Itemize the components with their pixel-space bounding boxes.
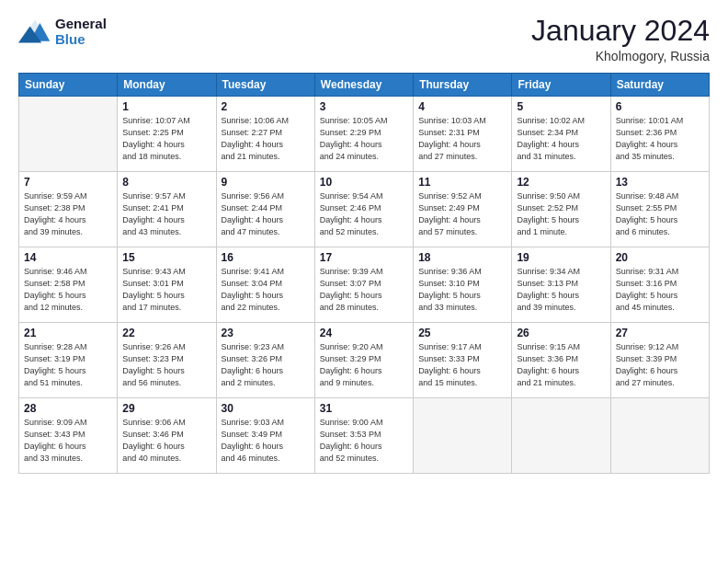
day-number: 21 <box>24 327 112 339</box>
day-number: 26 <box>517 327 605 339</box>
day-number: 28 <box>24 402 112 415</box>
day-info: Sunrise: 10:02 AM Sunset: 2:34 PM Daylig… <box>517 115 605 163</box>
day-cell: 11Sunrise: 9:52 AM Sunset: 2:49 PM Dayli… <box>414 172 512 247</box>
day-number: 29 <box>122 402 210 415</box>
day-info: Sunrise: 9:46 AM Sunset: 2:58 PM Dayligh… <box>24 266 112 314</box>
day-cell: 13Sunrise: 9:48 AM Sunset: 2:55 PM Dayli… <box>610 172 709 247</box>
day-cell: 15Sunrise: 9:43 AM Sunset: 3:01 PM Dayli… <box>118 247 216 323</box>
day-info: Sunrise: 9:26 AM Sunset: 3:23 PM Dayligh… <box>122 341 210 389</box>
day-number: 25 <box>418 327 506 339</box>
day-info: Sunrise: 9:06 AM Sunset: 3:46 PM Dayligh… <box>122 417 210 465</box>
day-info: Sunrise: 9:54 AM Sunset: 2:46 PM Dayligh… <box>320 190 408 238</box>
day-cell <box>512 398 610 474</box>
day-number: 27 <box>616 327 704 339</box>
day-cell: 22Sunrise: 9:26 AM Sunset: 3:23 PM Dayli… <box>118 323 216 398</box>
day-cell: 21Sunrise: 9:28 AM Sunset: 3:19 PM Dayli… <box>19 323 118 398</box>
day-cell: 28Sunrise: 9:09 AM Sunset: 3:43 PM Dayli… <box>19 398 118 474</box>
day-info: Sunrise: 9:09 AM Sunset: 3:43 PM Dayligh… <box>24 417 112 465</box>
day-cell: 6Sunrise: 10:01 AM Sunset: 2:36 PM Dayli… <box>610 97 709 172</box>
header: General Blue January 2024 Kholmogory, Ru… <box>18 15 710 63</box>
day-cell: 17Sunrise: 9:39 AM Sunset: 3:07 PM Dayli… <box>314 247 413 323</box>
logo-text: General Blue <box>55 16 107 47</box>
col-header-saturday: Saturday <box>610 74 709 97</box>
day-cell: 2Sunrise: 10:06 AM Sunset: 2:27 PM Dayli… <box>216 97 314 172</box>
day-cell: 10Sunrise: 9:54 AM Sunset: 2:46 PM Dayli… <box>314 172 413 247</box>
day-number: 15 <box>122 251 210 264</box>
day-info: Sunrise: 9:57 AM Sunset: 2:41 PM Dayligh… <box>122 190 210 238</box>
day-info: Sunrise: 10:03 AM Sunset: 2:31 PM Daylig… <box>418 115 506 163</box>
col-header-wednesday: Wednesday <box>314 74 413 97</box>
day-number: 9 <box>222 176 310 189</box>
day-cell <box>414 398 512 474</box>
week-row-3: 14Sunrise: 9:46 AM Sunset: 2:58 PM Dayli… <box>19 247 710 323</box>
day-number: 7 <box>24 176 112 189</box>
day-info: Sunrise: 9:31 AM Sunset: 3:16 PM Dayligh… <box>616 266 704 314</box>
day-info: Sunrise: 9:28 AM Sunset: 3:19 PM Dayligh… <box>24 341 112 389</box>
day-cell <box>19 97 118 172</box>
day-cell: 30Sunrise: 9:03 AM Sunset: 3:49 PM Dayli… <box>216 398 314 474</box>
day-cell <box>610 398 709 474</box>
day-number: 6 <box>616 100 704 113</box>
col-header-monday: Monday <box>118 74 216 97</box>
day-info: Sunrise: 10:05 AM Sunset: 2:29 PM Daylig… <box>320 115 408 163</box>
day-cell: 29Sunrise: 9:06 AM Sunset: 3:46 PM Dayli… <box>118 398 216 474</box>
day-cell: 4Sunrise: 10:03 AM Sunset: 2:31 PM Dayli… <box>414 97 512 172</box>
day-info: Sunrise: 9:00 AM Sunset: 3:53 PM Dayligh… <box>320 417 408 465</box>
week-row-4: 21Sunrise: 9:28 AM Sunset: 3:19 PM Dayli… <box>19 323 710 398</box>
day-cell: 18Sunrise: 9:36 AM Sunset: 3:10 PM Dayli… <box>414 247 512 323</box>
day-cell: 25Sunrise: 9:17 AM Sunset: 3:33 PM Dayli… <box>414 323 512 398</box>
day-info: Sunrise: 9:48 AM Sunset: 2:55 PM Dayligh… <box>616 190 704 238</box>
day-number: 4 <box>418 100 506 113</box>
day-cell: 16Sunrise: 9:41 AM Sunset: 3:04 PM Dayli… <box>216 247 314 323</box>
day-info: Sunrise: 9:12 AM Sunset: 3:39 PM Dayligh… <box>616 341 704 389</box>
day-cell: 24Sunrise: 9:20 AM Sunset: 3:29 PM Dayli… <box>314 323 413 398</box>
day-info: Sunrise: 9:50 AM Sunset: 2:52 PM Dayligh… <box>517 190 605 238</box>
day-cell: 5Sunrise: 10:02 AM Sunset: 2:34 PM Dayli… <box>512 97 610 172</box>
day-number: 11 <box>418 176 506 189</box>
day-info: Sunrise: 9:20 AM Sunset: 3:29 PM Dayligh… <box>320 341 408 389</box>
day-info: Sunrise: 10:01 AM Sunset: 2:36 PM Daylig… <box>616 115 704 163</box>
day-info: Sunrise: 9:59 AM Sunset: 2:38 PM Dayligh… <box>24 190 112 238</box>
day-info: Sunrise: 9:56 AM Sunset: 2:44 PM Dayligh… <box>222 190 310 238</box>
day-number: 13 <box>616 176 704 189</box>
day-info: Sunrise: 9:43 AM Sunset: 3:01 PM Dayligh… <box>122 266 210 314</box>
day-number: 12 <box>517 176 605 189</box>
day-number: 19 <box>517 251 605 264</box>
col-header-sunday: Sunday <box>19 74 118 97</box>
logo-icon <box>18 15 51 48</box>
day-info: Sunrise: 10:07 AM Sunset: 2:25 PM Daylig… <box>122 115 210 163</box>
day-cell: 1Sunrise: 10:07 AM Sunset: 2:25 PM Dayli… <box>118 97 216 172</box>
day-cell: 19Sunrise: 9:34 AM Sunset: 3:13 PM Dayli… <box>512 247 610 323</box>
day-info: Sunrise: 10:06 AM Sunset: 2:27 PM Daylig… <box>222 115 310 163</box>
day-number: 24 <box>320 327 408 339</box>
header-row: SundayMondayTuesdayWednesdayThursdayFrid… <box>19 74 710 97</box>
day-cell: 20Sunrise: 9:31 AM Sunset: 3:16 PM Dayli… <box>610 247 709 323</box>
day-info: Sunrise: 9:52 AM Sunset: 2:49 PM Dayligh… <box>418 190 506 238</box>
col-header-tuesday: Tuesday <box>216 74 314 97</box>
title-block: January 2024 Kholmogory, Russia <box>531 15 710 63</box>
day-number: 5 <box>517 100 605 113</box>
day-info: Sunrise: 9:03 AM Sunset: 3:49 PM Dayligh… <box>222 417 310 465</box>
day-number: 16 <box>222 251 310 264</box>
day-number: 22 <box>122 327 210 339</box>
day-cell: 12Sunrise: 9:50 AM Sunset: 2:52 PM Dayli… <box>512 172 610 247</box>
page: General Blue January 2024 Kholmogory, Ru… <box>0 0 728 563</box>
day-number: 3 <box>320 100 408 113</box>
col-header-thursday: Thursday <box>414 74 512 97</box>
week-row-2: 7Sunrise: 9:59 AM Sunset: 2:38 PM Daylig… <box>19 172 710 247</box>
day-info: Sunrise: 9:15 AM Sunset: 3:36 PM Dayligh… <box>517 341 605 389</box>
location: Kholmogory, Russia <box>531 49 710 63</box>
day-number: 30 <box>222 402 310 415</box>
day-info: Sunrise: 9:41 AM Sunset: 3:04 PM Dayligh… <box>222 266 310 314</box>
calendar-table: SundayMondayTuesdayWednesdayThursdayFrid… <box>18 73 710 474</box>
day-number: 17 <box>320 251 408 264</box>
day-number: 31 <box>320 402 408 415</box>
week-row-1: 1Sunrise: 10:07 AM Sunset: 2:25 PM Dayli… <box>19 97 710 172</box>
day-info: Sunrise: 9:34 AM Sunset: 3:13 PM Dayligh… <box>517 266 605 314</box>
day-number: 20 <box>616 251 704 264</box>
day-number: 2 <box>222 100 310 113</box>
day-number: 23 <box>222 327 310 339</box>
day-number: 14 <box>24 251 112 264</box>
day-info: Sunrise: 9:17 AM Sunset: 3:33 PM Dayligh… <box>418 341 506 389</box>
logo: General Blue <box>18 15 107 48</box>
